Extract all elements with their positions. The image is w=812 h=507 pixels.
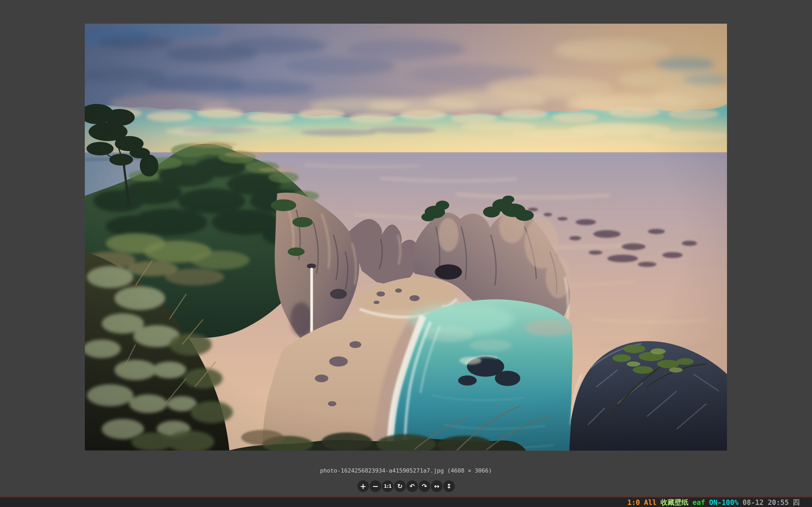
status-line-col: 1:0	[627, 498, 640, 507]
rotate-left-icon: ↶	[409, 483, 415, 490]
reload-icon: ↻	[397, 483, 402, 490]
flip-horizontal-icon: ↔	[434, 483, 439, 490]
status-weekday: 四	[793, 498, 800, 507]
flip-vertical-button[interactable]: ↕	[443, 481, 455, 492]
flip-vertical-icon: ↕	[446, 483, 451, 490]
rotate-right-button[interactable]: ↷	[419, 481, 430, 492]
status-date-time: 08-12 20:55	[743, 498, 789, 507]
rotate-right-icon: ↷	[422, 483, 427, 490]
status-battery: ON-100%	[709, 498, 739, 507]
status-buffer-percent: All	[644, 498, 657, 507]
image-caption: photo-1624256823934-a415905271a7.jpg (46…	[0, 467, 812, 474]
photo-image[interactable]	[85, 24, 727, 451]
zoom-in-button[interactable]: +	[357, 481, 369, 492]
zoom-out-icon: −	[372, 483, 378, 490]
zoom-in-icon: +	[360, 483, 366, 490]
image-toolbar: + − 1:1 ↻ ↶ ↷ ↔ ↕	[0, 481, 812, 492]
zoom-out-button[interactable]: −	[370, 481, 381, 492]
reload-button[interactable]: ↻	[394, 481, 406, 492]
flip-horizontal-button[interactable]: ↔	[431, 481, 443, 492]
rotate-left-button[interactable]: ↶	[406, 481, 418, 492]
status-buffer-name: 收藏壁纸	[661, 498, 689, 507]
actual-size-button[interactable]: 1:1	[382, 481, 394, 492]
photo-scene	[85, 24, 727, 451]
status-bar: 1:0 All 收藏壁纸 eaf ON-100% 08-12 20:55 四	[0, 498, 812, 507]
image-filename: photo-1624256823934-a415905271a7.jpg	[320, 467, 444, 474]
actual-size-icon: 1:1	[384, 484, 392, 489]
image-viewer-window: photo-1624256823934-a415905271a7.jpg (46…	[0, 0, 812, 507]
image-dimensions: (4608 × 3066)	[447, 467, 492, 474]
status-mode: eaf	[693, 498, 705, 507]
vignette	[85, 24, 727, 451]
